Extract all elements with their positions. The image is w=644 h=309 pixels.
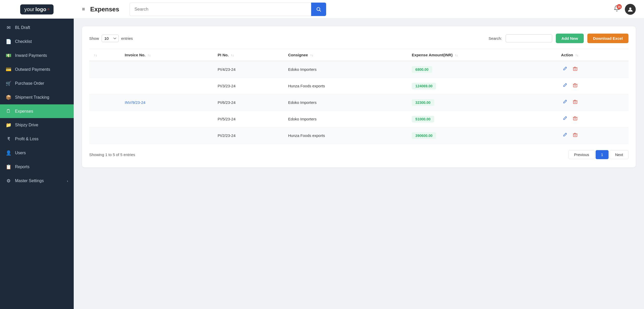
sidebar-label-shipment-tracking: Shipment Tracking xyxy=(15,95,49,100)
entries-select[interactable]: 10 25 50 100 xyxy=(102,35,119,42)
shipment-tracking-icon: 📦 xyxy=(6,95,11,100)
logo-area: your logo ® xyxy=(0,0,74,19)
action-btns-4 xyxy=(561,132,625,140)
table-controls: Show 10 25 50 100 entries Search: Add Ne… xyxy=(89,34,628,43)
row-empty-1 xyxy=(89,78,121,94)
sidebar-item-master-settings[interactable]: ⚙ Master Settings › xyxy=(0,174,74,188)
sidebar-item-reports[interactable]: 📋 Reports xyxy=(0,160,74,174)
search-input[interactable] xyxy=(130,3,311,16)
row-actions-2 xyxy=(557,94,628,111)
col-action[interactable]: Action ↑↓ xyxy=(557,49,628,61)
sidebar-item-purchase-order[interactable]: 🛒 Purchase Order xyxy=(0,76,74,90)
table-body: PI/4/23-24 Edoko Importers 6800.00 xyxy=(89,61,628,144)
sidebar-item-shipzy-drive[interactable]: 📁 Shipzy Drive xyxy=(0,118,74,132)
sidebar-nav: ✉ BL Draft 📄 Checklist 💵 Inward Payments… xyxy=(0,19,74,309)
header-actions: 16 xyxy=(613,4,636,15)
edit-button-2[interactable] xyxy=(561,98,569,106)
table-search-input[interactable] xyxy=(506,34,552,42)
row-actions-1 xyxy=(557,78,628,94)
delete-button-3[interactable] xyxy=(571,115,579,123)
row-consignee-0: Edoko Importers xyxy=(284,61,408,78)
table-row: PI/4/23-24 Edoko Importers 6800.00 xyxy=(89,61,628,78)
row-invoice-2: INV/9/23-24 xyxy=(121,94,214,111)
table-search-label: Search: xyxy=(489,36,502,41)
col-invoice-no[interactable]: Invoice No. ↑↓ xyxy=(121,49,214,61)
sidebar-item-outward-payments[interactable]: 💳 Outward Payments xyxy=(0,63,74,76)
sidebar-label-purchase-order: Purchase Order xyxy=(15,81,44,86)
action-btns-2 xyxy=(561,98,625,106)
reports-icon: 📋 xyxy=(6,164,11,170)
edit-button-4[interactable] xyxy=(561,132,569,140)
main-card: Show 10 25 50 100 entries Search: Add Ne… xyxy=(82,26,636,167)
row-actions-0 xyxy=(557,61,628,78)
expenses-table: ↑↓ Invoice No. ↑↓ PI No. ↑↓ Consignee ↑↓… xyxy=(89,49,628,144)
shipzy-drive-icon: 📁 xyxy=(6,122,11,128)
bl-draft-icon: ✉ xyxy=(6,25,11,30)
sidebar-item-users[interactable]: 👤 Users xyxy=(0,146,74,160)
download-excel-button[interactable]: Download Excel xyxy=(587,34,628,43)
delete-button-2[interactable] xyxy=(571,98,579,106)
col-expense-amount[interactable]: Expense Amount(INR) ↑↓ xyxy=(408,49,557,61)
row-pi-3: PI/5/23-24 xyxy=(214,111,284,127)
add-new-button[interactable]: Add New xyxy=(556,34,584,43)
sidebar-item-bl-draft[interactable]: ✉ BL Draft xyxy=(0,21,74,35)
svg-rect-9 xyxy=(573,101,577,104)
row-amount-0: 6800.00 xyxy=(408,61,557,78)
svg-rect-6 xyxy=(573,84,577,87)
action-btns-1 xyxy=(561,82,625,90)
col-consignee[interactable]: Consignee ↑↓ xyxy=(284,49,408,61)
col-sort-first[interactable]: ↑↓ xyxy=(89,49,121,61)
edit-button-1[interactable] xyxy=(561,82,569,90)
master-settings-icon: ⚙ xyxy=(6,178,11,184)
edit-icon xyxy=(563,99,567,104)
row-empty-0 xyxy=(89,61,121,78)
row-actions-4 xyxy=(557,127,628,144)
edit-icon xyxy=(563,133,567,137)
row-amount-3: 51000.00 xyxy=(408,111,557,127)
search-button[interactable] xyxy=(311,3,326,16)
amount-badge-4: 390600.00 xyxy=(412,132,436,139)
sidebar-label-bl-draft: BL Draft xyxy=(15,25,30,30)
sidebar-item-checklist[interactable]: 📄 Checklist xyxy=(0,35,74,49)
sidebar-item-expenses[interactable]: 🗒 Expenses xyxy=(0,104,74,118)
sidebar-item-shipment-tracking[interactable]: 📦 Shipment Tracking xyxy=(0,90,74,104)
edit-button-0[interactable] xyxy=(561,65,569,73)
row-amount-4: 390600.00 xyxy=(408,127,557,144)
search-container xyxy=(130,3,326,16)
next-button[interactable]: Next xyxy=(610,150,628,159)
delete-button-1[interactable] xyxy=(571,82,579,90)
page-1-button[interactable]: 1 xyxy=(596,150,609,159)
sidebar-item-inward-payments[interactable]: 💵 Inward Payments xyxy=(0,49,74,63)
edit-icon xyxy=(563,66,567,71)
header: ≡ Expenses 16 xyxy=(74,0,644,19)
sidebar: your logo ® ✉ BL Draft 📄 Checklist 💵 Inw… xyxy=(0,0,74,309)
invoice-link-2[interactable]: INV/9/23-24 xyxy=(125,100,145,105)
sidebar-label-inward-payments: Inward Payments xyxy=(15,53,47,58)
user-avatar[interactable] xyxy=(625,4,636,15)
sidebar-label-outward-payments: Outward Payments xyxy=(15,67,50,72)
show-label: Show xyxy=(89,36,99,41)
trash-icon xyxy=(573,133,578,137)
sidebar-label-checklist: Checklist xyxy=(15,39,32,44)
sidebar-label-master-settings: Master Settings xyxy=(15,179,44,183)
table-row: PI/2/23-24 Hunza Foods exports 390600.00 xyxy=(89,127,628,144)
row-consignee-1: Hunza Foods exports xyxy=(284,78,408,94)
delete-button-4[interactable] xyxy=(571,132,579,140)
profit-loss-icon: ₹ xyxy=(6,136,11,142)
edit-button-3[interactable] xyxy=(561,115,569,123)
menu-icon[interactable]: ≡ xyxy=(82,6,85,12)
users-icon: 👤 xyxy=(6,150,11,156)
user-icon xyxy=(627,6,633,12)
delete-button-0[interactable] xyxy=(571,65,579,73)
row-invoice-4 xyxy=(121,127,214,144)
svg-line-1 xyxy=(319,10,321,11)
table-row: PI/5/23-24 Edoko Importers 51000.00 xyxy=(89,111,628,127)
row-consignee-2: Edoko Importers xyxy=(284,94,408,111)
sidebar-item-profit-loss[interactable]: ₹ Profit & Loss xyxy=(0,132,74,146)
row-empty-2 xyxy=(89,94,121,111)
row-pi-0: PI/4/23-24 xyxy=(214,61,284,78)
previous-button[interactable]: Previous xyxy=(568,150,594,159)
sidebar-label-reports: Reports xyxy=(15,165,29,169)
notification-button[interactable]: 16 xyxy=(613,5,620,13)
col-pi-no[interactable]: PI No. ↑↓ xyxy=(214,49,284,61)
